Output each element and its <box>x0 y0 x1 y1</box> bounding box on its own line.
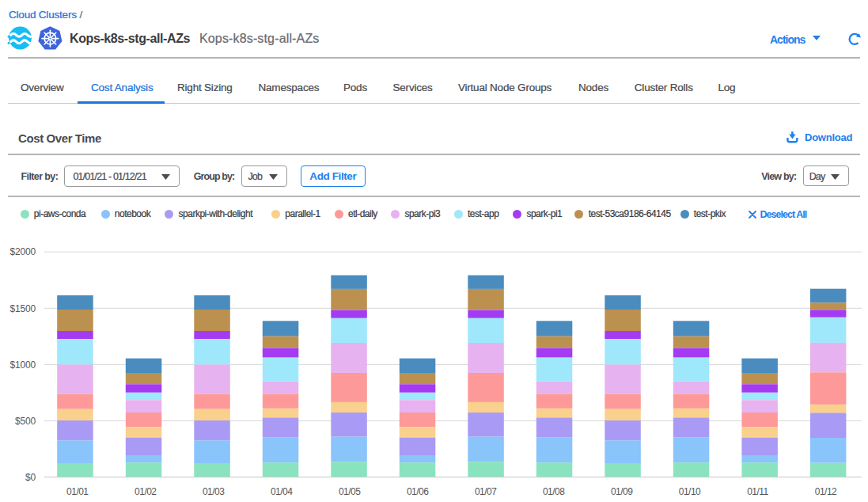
svg-text:01/07: 01/07 <box>475 486 497 497</box>
svg-text:01/08: 01/08 <box>543 486 565 497</box>
svg-text:01/11: 01/11 <box>747 486 768 497</box>
svg-text:$1500: $1500 <box>9 303 36 314</box>
svg-text:01/10: 01/10 <box>679 486 701 497</box>
svg-text:$2000: $2000 <box>9 246 36 257</box>
svg-text:01/05: 01/05 <box>339 486 361 497</box>
svg-text:$500: $500 <box>15 416 36 427</box>
svg-text:01/01: 01/01 <box>66 486 89 497</box>
svg-text:01/04: 01/04 <box>271 486 293 497</box>
svg-text:$1000: $1000 <box>9 359 36 371</box>
svg-text:01/12: 01/12 <box>815 486 837 497</box>
svg-text:01/02: 01/02 <box>135 486 157 497</box>
svg-text:01/03: 01/03 <box>203 486 225 497</box>
svg-text:$0: $0 <box>25 472 36 483</box>
svg-text:01/09: 01/09 <box>611 486 633 497</box>
svg-text:01/06: 01/06 <box>407 486 429 497</box>
